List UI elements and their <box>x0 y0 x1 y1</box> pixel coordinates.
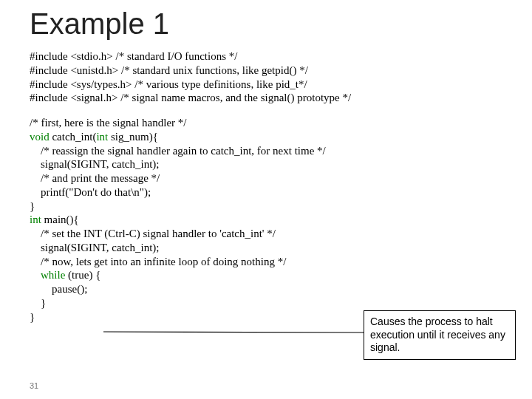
code-line: signal(SIGINT, catch_int); <box>30 157 502 171</box>
code-line: signal(SIGINT, catch_int); <box>30 241 502 255</box>
code-line: /* first, here is the signal handler */ <box>30 116 502 130</box>
code-line: } <box>30 296 502 310</box>
code-line: #include <stdio.h> /* standard I/O funct… <box>30 50 502 64</box>
code-line: /* reassign the signal handler again to … <box>30 144 502 158</box>
code-line: #include <unistd.h> /* standard unix fun… <box>30 64 502 78</box>
page-number: 31 <box>30 381 38 390</box>
code-line: void catch_int(int sig_num){ <box>30 130 502 144</box>
svg-line-1 <box>103 332 371 332</box>
code-line: #include <sys/types.h> /* various type d… <box>30 78 502 92</box>
code-line: pause(); <box>30 282 502 296</box>
code-line: /* and print the message */ <box>30 171 502 185</box>
code-line: while (true) { <box>30 268 502 282</box>
callout-box: Causes the process to halt execution unt… <box>364 310 516 360</box>
code-line: /* set the INT (Ctrl-C) signal handler t… <box>30 227 502 241</box>
code-line: int main(){ <box>30 213 502 227</box>
code-line: } <box>30 200 502 214</box>
code-line: /* now, lets get into an infinite loop o… <box>30 255 502 269</box>
code-line: #include <signal.h> /* signal name macro… <box>30 91 502 105</box>
code-block: #include <stdio.h> /* standard I/O funct… <box>30 50 502 324</box>
code-line: printf("Don't do that\n"); <box>30 185 502 200</box>
slide-title: Example 1 <box>30 7 502 41</box>
